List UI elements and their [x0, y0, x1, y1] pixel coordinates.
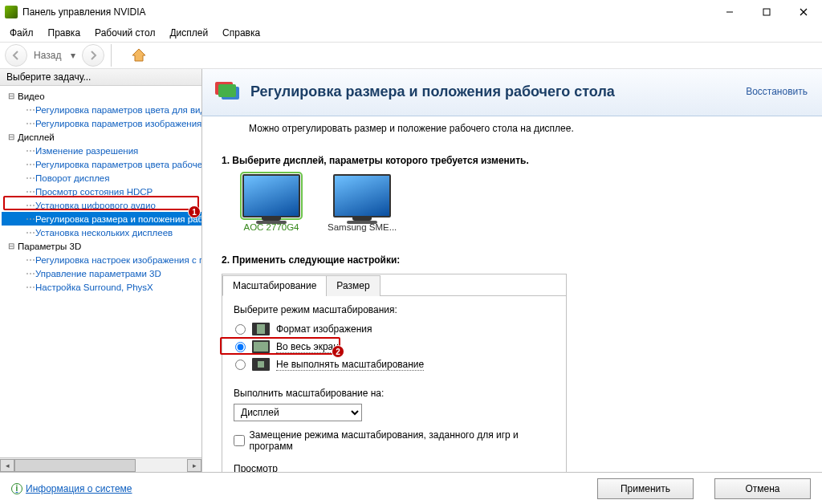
- tree-item[interactable]: ⋯Поворот дисплея: [2, 171, 201, 185]
- toolbar-sep: [111, 44, 112, 67]
- tree-item[interactable]: ⋯Регулировка параметров цвета для вид: [2, 103, 201, 116]
- minimize-button[interactable]: [711, 0, 748, 24]
- perform-on-select[interactable]: Дисплей: [234, 404, 362, 421]
- scroll-left[interactable]: ◂: [0, 459, 14, 472]
- display-picker: AOC 2770G4 Samsung SME...: [222, 174, 808, 232]
- monitor-stack-icon: [214, 77, 242, 106]
- scroll-track[interactable]: [14, 459, 187, 472]
- tree-link[interactable]: Регулировка параметров цвета рабочег: [35, 160, 201, 169]
- cancel-button[interactable]: Отмена: [714, 478, 811, 499]
- tree-link[interactable]: Регулировка настроек изображения с пр: [35, 255, 201, 265]
- tree-link[interactable]: Регулировка параметров цвета для вид: [35, 105, 201, 115]
- sidebar-header: Выберите задачу...: [0, 69, 201, 86]
- tree-group-display[interactable]: ⊟Дисплей: [2, 130, 201, 144]
- system-info-link[interactable]: i Информация о системе: [11, 483, 132, 494]
- tree-link[interactable]: Регулировка параметров изображения д: [35, 119, 201, 128]
- tree-link[interactable]: Поворот дисплея: [35, 173, 109, 183]
- tree-item[interactable]: ⋯Управление параметрами 3D: [2, 266, 201, 280]
- step2-heading: 2. Применить следующие настройки:: [222, 254, 808, 266]
- svg-rect-6: [218, 84, 236, 97]
- perform-on-select-wrap: Дисплей: [234, 404, 555, 421]
- aspect-icon: [252, 323, 270, 335]
- override-checkbox-row[interactable]: Замещение режима масштабирования, заданн…: [234, 429, 555, 452]
- display-aoc[interactable]: AOC 2770G4: [242, 174, 300, 232]
- menu-desktop[interactable]: Рабочий стол: [88, 26, 161, 40]
- radio-aspect-label: Формат изображения: [276, 323, 372, 335]
- tree-item[interactable]: ⋯Установка цифрового аудио: [2, 198, 201, 212]
- window-title: Панель управления NVIDIA: [22, 6, 711, 18]
- scaling-mode-label: Выберите режим масштабирования:: [234, 304, 555, 315]
- tree-item[interactable]: ⋯Регулировка параметров цвета рабочег: [2, 157, 201, 171]
- preview-label: Просмотр: [234, 463, 555, 472]
- monitor-icon: [242, 174, 300, 217]
- monitor-icon: [333, 174, 391, 217]
- menu-edit[interactable]: Правка: [42, 26, 87, 40]
- tree-item[interactable]: ⋯Настройка Surround, PhysX: [2, 280, 201, 294]
- apply-button[interactable]: Применить: [597, 478, 694, 499]
- scaling-tabs: Масштабирование Размер Выберите режим ма…: [222, 274, 567, 472]
- tree-group-3d[interactable]: ⊟Параметры 3D: [2, 239, 201, 253]
- svg-rect-1: [763, 9, 770, 15]
- perform-on-label: Выполнить масштабирование на:: [234, 388, 555, 399]
- tree-link[interactable]: Изменение разрешения: [35, 146, 138, 156]
- menu-file[interactable]: Файл: [3, 26, 40, 40]
- home-button[interactable]: [128, 44, 150, 67]
- tree-link[interactable]: Установка цифрового аудио: [35, 201, 156, 210]
- close-button[interactable]: [785, 0, 822, 24]
- restore-defaults-link[interactable]: Восстановить: [746, 86, 808, 97]
- expander-icon[interactable]: ⊟: [6, 132, 16, 142]
- tree-link[interactable]: Установка нескольких дисплеев: [35, 228, 173, 238]
- tree-item[interactable]: ⋯Просмотр состояния HDCP: [2, 185, 201, 198]
- radio-aspect-input[interactable]: [235, 324, 246, 335]
- noscale-icon: [252, 358, 270, 371]
- tree-item-selected[interactable]: ⋯Регулировка размера и положения рабоч: [2, 212, 201, 226]
- task-tree[interactable]: ⊟Видео ⋯Регулировка параметров цвета для…: [0, 86, 201, 457]
- nvidia-icon: [5, 6, 18, 18]
- menu-display[interactable]: Дисплей: [163, 26, 214, 40]
- tree-link[interactable]: Настройка Surround, PhysX: [35, 282, 153, 292]
- step1-heading: 1. Выберите дисплей, параметры которого …: [222, 155, 808, 166]
- page-title: Регулировка размера и положения рабочего…: [250, 83, 738, 100]
- back-dropdown[interactable]: ▾: [67, 50, 79, 61]
- radio-fullscreen-input[interactable]: [235, 342, 246, 352]
- menu-help[interactable]: Справка: [216, 26, 267, 40]
- info-icon: i: [11, 483, 22, 494]
- tree-item[interactable]: ⋯Изменение разрешения: [2, 144, 201, 157]
- override-checkbox[interactable]: [234, 435, 245, 446]
- tree-group-video[interactable]: ⊟Видео: [2, 89, 201, 103]
- back-button[interactable]: [5, 44, 27, 67]
- main: Выберите задачу... ⊟Видео ⋯Регулировка п…: [0, 69, 822, 472]
- page-subtitle: Можно отрегулировать размер и положение …: [202, 116, 822, 134]
- scroll-thumb[interactable]: [14, 459, 136, 472]
- sidebar: Выберите задачу... ⊟Видео ⋯Регулировка п…: [0, 69, 202, 472]
- content: Регулировка размера и положения рабочего…: [202, 69, 822, 472]
- tree-link[interactable]: Регулировка размера и положения рабоч: [35, 214, 201, 224]
- display-samsung[interactable]: Samsung SME...: [328, 174, 397, 232]
- fullscreen-icon: [252, 340, 270, 353]
- radio-noscale-input[interactable]: [235, 360, 246, 370]
- tree-link[interactable]: Управление параметрами 3D: [35, 269, 161, 278]
- radio-fullscreen[interactable]: Во весь экран: [234, 338, 555, 356]
- tab-size[interactable]: Размер: [326, 275, 380, 296]
- toolbar: Назад ▾: [0, 42, 822, 69]
- radio-aspect[interactable]: Формат изображения: [234, 320, 555, 338]
- maximize-button[interactable]: [748, 0, 785, 24]
- tree-item[interactable]: ⋯Регулировка параметров изображения д: [2, 116, 201, 130]
- footer: i Информация о системе Применить Отмена: [0, 472, 822, 504]
- tree-item[interactable]: ⋯Установка нескольких дисплеев: [2, 226, 201, 239]
- tree-group-label: Дисплей: [18, 132, 55, 142]
- forward-button[interactable]: [82, 44, 104, 67]
- expander-icon[interactable]: ⊟: [6, 91, 16, 101]
- titlebar: Панель управления NVIDIA: [0, 0, 822, 24]
- tree-item[interactable]: ⋯Регулировка настроек изображения с пр: [2, 253, 201, 266]
- tree-group-label: Видео: [18, 91, 45, 101]
- radio-noscale[interactable]: Не выполнять масштабирование: [234, 356, 555, 373]
- system-info-label: Информация о системе: [26, 483, 132, 494]
- page-header: Регулировка размера и положения рабочего…: [202, 69, 822, 116]
- expander-icon[interactable]: ⊟: [6, 242, 16, 251]
- tree-link[interactable]: Просмотр состояния HDCP: [35, 187, 153, 197]
- radio-noscale-label: Не выполнять масштабирование: [276, 359, 424, 370]
- tab-scaling[interactable]: Масштабирование: [222, 275, 327, 296]
- sidebar-hscroll[interactable]: ◂ ▸: [0, 457, 201, 472]
- scroll-right[interactable]: ▸: [187, 459, 201, 472]
